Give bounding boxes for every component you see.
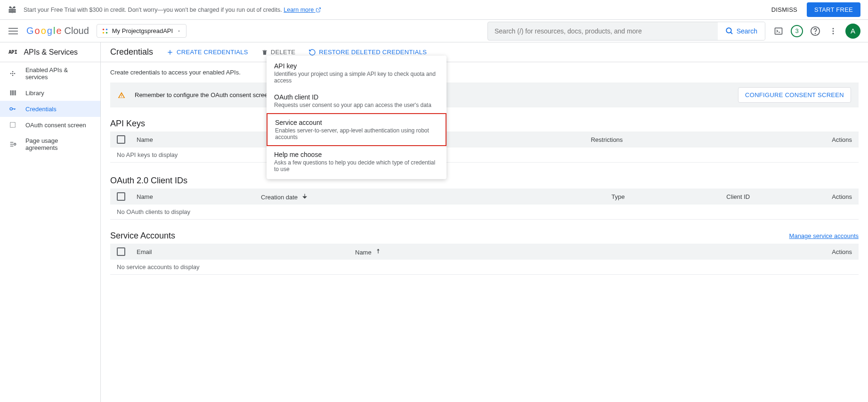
dd-item-api-key[interactable]: API key Identifies your project using a … — [267, 57, 446, 89]
svg-rect-15 — [775, 28, 782, 34]
oauth-empty: No OAuth clients to display — [110, 205, 859, 220]
svg-point-19 — [833, 28, 834, 29]
sidebar-item-label: Page usage agreements — [25, 137, 92, 151]
svg-point-11 — [103, 32, 105, 33]
col-name[interactable]: Name — [355, 248, 381, 256]
project-selector[interactable]: My ProjectgspreadAPI — [97, 24, 187, 38]
dd-item-oauth-client[interactable]: OAuth client ID Requests user consent so… — [267, 89, 446, 113]
svg-rect-4 — [12, 8, 13, 13]
restore-button[interactable]: RESTORE DELETED CREDENTIALS — [308, 49, 427, 56]
page-title: Credentials — [110, 47, 153, 57]
cloud-shell-icon[interactable] — [773, 25, 784, 37]
sort-asc-icon — [375, 249, 381, 256]
svg-rect-34 — [10, 123, 16, 128]
sidebar-item-page-usage[interactable]: Page usage agreements — [0, 133, 100, 156]
svg-rect-28 — [12, 90, 13, 96]
col-actions: Actions — [832, 193, 852, 200]
warning-icon — [118, 91, 125, 99]
sidebar-title: APIs & Services — [24, 48, 78, 57]
api-keys-table-head: Name Restrictions Actions — [110, 131, 859, 148]
api-keys-title: API Keys — [110, 119, 859, 129]
project-name: My ProjectgspreadAPI — [112, 27, 173, 34]
google-cloud-logo[interactable]: Google Cloud — [26, 25, 89, 36]
api-icon: API — [8, 49, 17, 55]
col-restrictions: Restrictions — [591, 136, 623, 143]
more-menu-icon[interactable] — [827, 25, 839, 37]
enabled-apis-icon — [8, 70, 17, 77]
svg-rect-1 — [13, 9, 16, 10]
select-all-checkbox[interactable] — [117, 247, 125, 256]
consent-alert: Remember to configure the OAuth consent … — [110, 82, 859, 107]
svg-point-18 — [815, 33, 816, 33]
learn-more-link[interactable]: Learn more — [284, 7, 321, 13]
trash-icon — [261, 49, 268, 56]
svg-rect-2 — [9, 11, 12, 12]
svg-rect-8 — [8, 33, 18, 34]
svg-point-13 — [726, 28, 731, 33]
svg-rect-30 — [15, 90, 16, 96]
oauth-title: OAuth 2.0 Client IDs — [110, 176, 859, 186]
delete-button[interactable]: DELETE — [261, 49, 295, 56]
project-dots-icon — [102, 28, 108, 34]
sidebar-item-enabled-apis[interactable]: Enabled APIs & services — [0, 62, 100, 85]
library-icon — [8, 89, 17, 97]
svg-rect-0 — [9, 9, 12, 10]
api-keys-empty: No API keys to display — [110, 148, 859, 163]
sidebar-item-library[interactable]: Library — [0, 85, 100, 101]
svg-rect-6 — [8, 28, 18, 29]
gift-icon — [8, 5, 17, 15]
svg-rect-7 — [8, 31, 18, 32]
dd-item-service-account[interactable]: Service account Enables server-to-server… — [267, 113, 446, 146]
create-credentials-dropdown: API key Identifies your project using a … — [267, 56, 446, 179]
sidebar-item-label: OAuth consent screen — [25, 122, 86, 129]
dropdown-caret-icon — [177, 29, 181, 33]
restore-icon — [308, 49, 316, 56]
sidebar-item-oauth-consent[interactable]: OAuth consent screen — [0, 117, 100, 133]
svg-point-20 — [833, 30, 834, 32]
sidebar-item-label: Credentials — [25, 106, 57, 113]
dismiss-button[interactable]: DISMISS — [771, 6, 797, 13]
hamburger-icon[interactable] — [8, 25, 19, 37]
col-type: Type — [611, 193, 715, 200]
notifications-badge[interactable]: 3 — [791, 25, 803, 37]
svg-point-12 — [106, 32, 108, 33]
search-button[interactable]: Search — [718, 22, 765, 40]
select-all-checkbox[interactable] — [117, 192, 125, 201]
sidebar: API APIs & Services Enabled APIs & servi… — [0, 42, 101, 402]
service-accounts-title: Service Accounts — [110, 231, 175, 241]
col-name: Name — [137, 193, 250, 200]
banner-text: Start your Free Trial with $300 in credi… — [24, 7, 321, 13]
svg-point-31 — [10, 107, 12, 110]
svg-line-14 — [730, 32, 732, 34]
main-header: Google Cloud My ProjectgspreadAPI Search… — [0, 20, 868, 42]
help-icon[interactable] — [810, 25, 821, 37]
svg-point-22 — [12, 71, 14, 73]
sidebar-item-label: Library — [25, 90, 44, 97]
col-creation[interactable]: Creation date — [261, 193, 308, 201]
configure-consent-button[interactable]: CONFIGURE CONSENT SCREEN — [738, 87, 851, 103]
svg-rect-29 — [13, 90, 14, 96]
svg-point-25 — [12, 75, 14, 76]
svg-point-24 — [14, 73, 16, 74]
svg-point-26 — [12, 73, 14, 74]
svg-point-21 — [833, 33, 834, 34]
agreements-icon — [8, 140, 17, 148]
svg-point-38 — [14, 143, 16, 145]
sidebar-header: API APIs & Services — [0, 42, 100, 62]
svg-point-23 — [10, 73, 12, 74]
create-credentials-button[interactable]: CREATE CREDENTIALS — [166, 49, 248, 56]
manage-service-accounts-link[interactable]: Manage service accounts — [789, 232, 859, 239]
user-avatar[interactable]: A — [845, 24, 860, 39]
select-all-checkbox[interactable] — [117, 135, 125, 144]
search-input[interactable] — [488, 23, 718, 40]
col-clientid: Client ID — [726, 193, 820, 200]
col-actions: Actions — [832, 136, 852, 143]
dd-item-help-choose[interactable]: Help me choose Asks a few questions to h… — [267, 146, 446, 177]
free-trial-banner: Start your Free Trial with $300 in credi… — [0, 0, 868, 20]
sidebar-item-credentials[interactable]: Credentials — [0, 101, 100, 117]
start-free-button[interactable]: START FREE — [807, 2, 860, 17]
col-email: Email — [137, 248, 344, 255]
svg-point-9 — [103, 28, 105, 30]
consent-icon — [8, 121, 17, 129]
col-actions: Actions — [832, 248, 852, 255]
